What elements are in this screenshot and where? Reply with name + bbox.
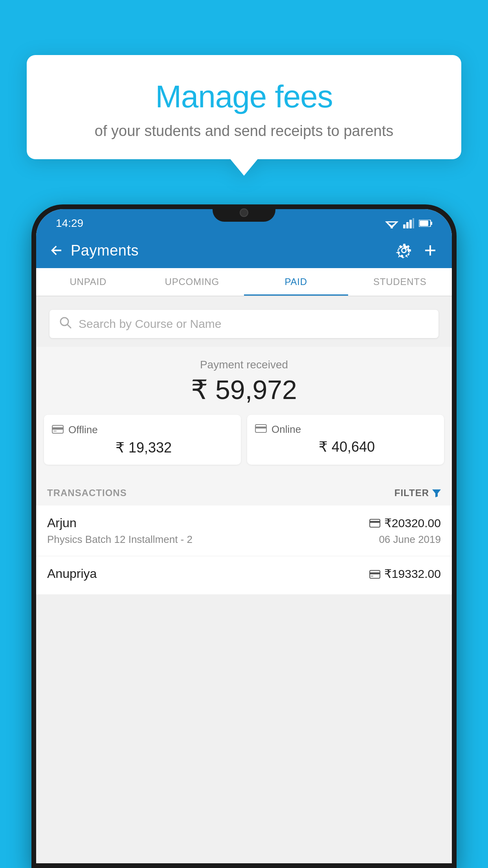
transaction-item[interactable]: Arjun ₹20320.00 Physics Batch 12 Install… [36, 506, 452, 556]
transaction-item[interactable]: Anupriya ₹19332.00 [36, 556, 452, 595]
wifi-icon [385, 218, 398, 228]
tooltip-card: Manage fees of your students and send re… [27, 55, 461, 159]
payment-total-amount: ₹ 59,972 [36, 374, 452, 405]
svg-rect-10 [431, 222, 432, 225]
online-payment-card: Online ₹ 40,640 [247, 415, 444, 465]
transaction-amount: ₹20320.00 [369, 516, 441, 530]
app-bar: Payments [36, 233, 452, 268]
svg-rect-19 [370, 519, 380, 527]
offline-payment-icon [369, 569, 380, 579]
svg-rect-14 [52, 427, 63, 430]
svg-rect-20 [370, 521, 380, 523]
svg-marker-18 [432, 489, 441, 497]
payment-summary: Payment received ₹ 59,972 [36, 347, 452, 480]
svg-rect-23 [371, 576, 373, 577]
tab-unpaid[interactable]: UNPAID [36, 268, 140, 296]
tooltip-title: Manage fees [46, 79, 442, 115]
transaction-course: Physics Batch 12 Installment - 2 [47, 533, 193, 546]
search-bar[interactable]: Search by Course or Name [50, 310, 438, 338]
phone-screen: 14:29 [36, 209, 452, 863]
online-icon [255, 423, 267, 436]
svg-rect-5 [406, 222, 409, 228]
status-time: 14:29 [56, 217, 83, 230]
svg-line-12 [68, 325, 71, 328]
filter-button[interactable]: FILTER [394, 487, 441, 498]
online-payment-icon [369, 519, 380, 528]
tabs: UNPAID UPCOMING PAID STUDENTS [36, 268, 452, 296]
signal-icon [403, 218, 414, 228]
offline-icon [52, 423, 64, 436]
svg-rect-17 [255, 427, 266, 428]
status-icons [385, 218, 432, 228]
filter-icon [432, 489, 441, 497]
online-amount: ₹ 40,640 [255, 439, 436, 455]
transaction-name: Anupriya [47, 566, 97, 581]
tab-students[interactable]: STUDENTS [348, 268, 452, 296]
search-placeholder: Search by Course or Name [79, 317, 222, 331]
transaction-name: Arjun [47, 516, 77, 530]
transactions-label: TRANSACTIONS [47, 487, 127, 498]
app-bar-icons [396, 243, 438, 258]
svg-rect-22 [370, 572, 380, 574]
search-icon [59, 316, 72, 332]
add-icon[interactable] [423, 243, 438, 258]
battery-icon [419, 220, 432, 227]
back-button[interactable] [50, 244, 63, 257]
phone-notch [213, 204, 275, 222]
svg-rect-7 [413, 218, 414, 228]
svg-rect-9 [420, 221, 428, 226]
svg-rect-15 [53, 430, 57, 432]
payment-cards: Offline ₹ 19,332 [36, 415, 452, 473]
offline-payment-card: Offline ₹ 19,332 [44, 415, 241, 465]
payment-received-label: Payment received [36, 359, 452, 371]
tooltip-subtitle: of your students and send receipts to pa… [46, 123, 442, 140]
svg-rect-6 [409, 220, 412, 228]
offline-amount: ₹ 19,332 [52, 440, 233, 456]
app-bar-title: Payments [71, 242, 388, 259]
phone-frame: 14:29 [31, 204, 457, 868]
transaction-date: 06 June 2019 [379, 533, 441, 546]
camera [240, 208, 248, 217]
transactions-header: TRANSACTIONS FILTER [36, 480, 452, 506]
tab-upcoming[interactable]: UPCOMING [140, 268, 244, 296]
transaction-amount: ₹19332.00 [369, 567, 441, 581]
gear-icon[interactable] [396, 243, 412, 258]
tab-paid[interactable]: PAID [244, 268, 348, 296]
svg-rect-4 [403, 224, 405, 228]
